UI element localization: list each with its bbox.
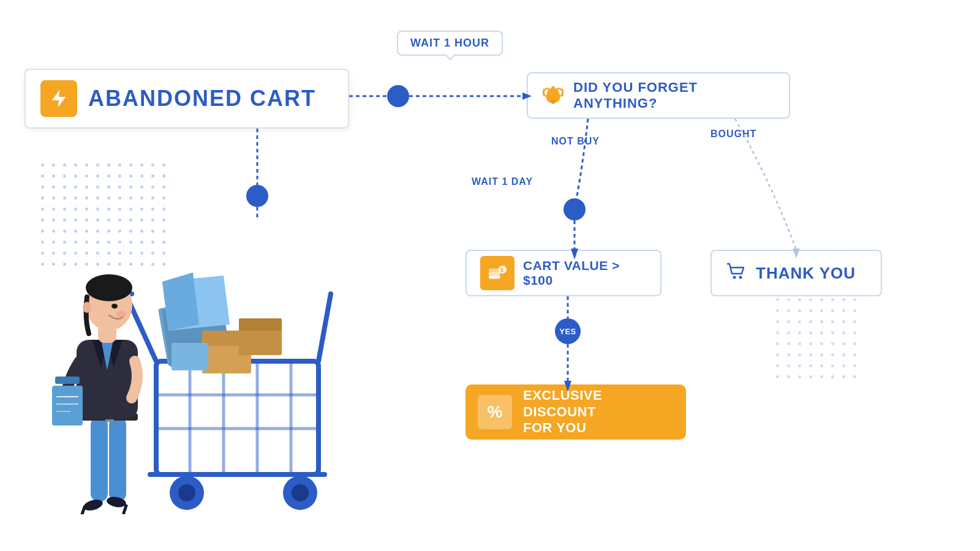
wait-hour-label: WAIT 1 HOUR (410, 37, 489, 49)
svg-rect-26 (156, 361, 318, 474)
svg-marker-0 (52, 90, 66, 107)
percent-badge: % (478, 395, 512, 429)
svg-rect-64 (52, 386, 83, 425)
thank-you-label: THANK YOU (756, 264, 856, 283)
svg-rect-65 (55, 377, 80, 384)
thank-you-box: THANK YOU (710, 250, 882, 296)
cart-icon-badge: $ (480, 256, 514, 290)
svg-rect-51 (109, 416, 126, 502)
dots-decoration-right: const d2 = document.currentScript.parent… (772, 294, 860, 382)
wait-day-label: WAIT 1 DAY (472, 176, 533, 187)
svg-point-16 (387, 85, 409, 107)
svg-point-10 (733, 276, 736, 279)
lightning-icon (48, 88, 69, 109)
discount-label: EXCLUSIVE DISCOUNT FOR YOU (523, 388, 674, 436)
discount-box: % EXCLUSIVE DISCOUNT FOR YOU (466, 384, 686, 440)
lightning-badge (40, 80, 77, 117)
svg-line-29 (318, 294, 331, 361)
svg-line-56 (82, 507, 85, 514)
svg-point-11 (739, 276, 742, 279)
cart-value-label: CART VALUE > $100 (523, 258, 647, 288)
svg-point-34 (292, 484, 309, 501)
svg-point-32 (178, 484, 195, 501)
svg-line-57 (124, 506, 126, 513)
yes-badge: YES (555, 318, 581, 344)
svg-rect-6 (489, 272, 500, 276)
not-buy-label: NOT BUY (551, 136, 600, 147)
svg-point-72 (111, 304, 118, 309)
svg-point-19 (564, 198, 586, 220)
flow-diagram: const d1 = document.currentScript.parent… (0, 0, 980, 551)
abandoned-cart-box: ABANDONED CART (24, 69, 349, 129)
svg-point-73 (116, 311, 126, 317)
svg-point-3 (551, 86, 555, 89)
bell-icon (541, 82, 565, 110)
wait-hour-bubble: WAIT 1 HOUR (397, 31, 503, 56)
svg-rect-47 (172, 343, 208, 370)
abandoned-cart-label: ABANDONED CART (88, 86, 316, 111)
svg-point-74 (83, 302, 91, 313)
svg-rect-5 (489, 276, 500, 279)
svg-marker-49 (162, 272, 199, 331)
svg-rect-46 (239, 318, 282, 331)
forget-email-label: DID YOU FORGET ANYTHING? (573, 80, 775, 111)
cart-value-box: $ CART VALUE > $100 (466, 250, 662, 296)
person-illustration (18, 159, 361, 514)
svg-point-71 (86, 274, 132, 301)
forget-email-box: DID YOU FORGET ANYTHING? (527, 72, 790, 119)
svg-text:$: $ (500, 266, 504, 273)
coins-icon: $ (487, 263, 508, 283)
svg-rect-50 (91, 416, 108, 502)
bought-label: BOUGHT (710, 129, 756, 140)
svg-point-4 (551, 99, 556, 103)
shopping-cart-icon (725, 260, 747, 287)
svg-rect-7 (489, 268, 500, 272)
